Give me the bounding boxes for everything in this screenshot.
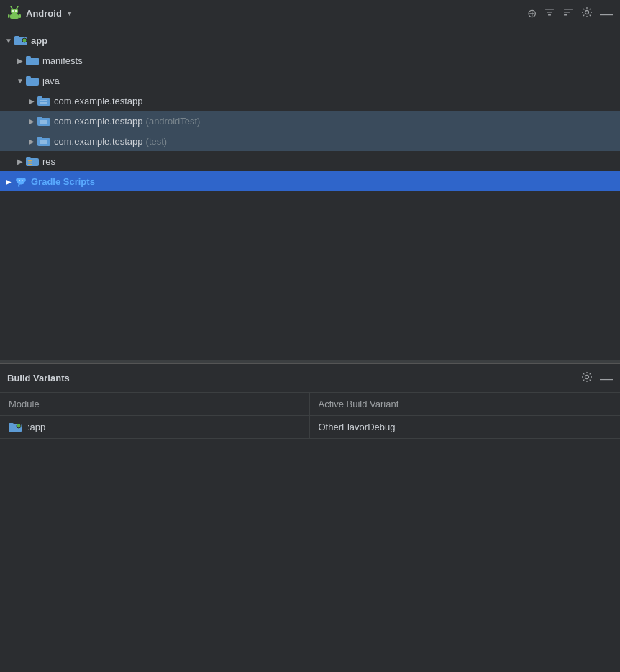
svg-rect-13: [564, 14, 567, 16]
svg-point-44: [22, 180, 23, 181]
com1-label: com.example.testapp: [54, 96, 143, 106]
svg-point-43: [19, 180, 20, 181]
svg-rect-32: [37, 137, 42, 140]
tree-item-com2[interactable]: com.example.testapp (androidTest): [0, 111, 620, 131]
build-minimize-icon[interactable]: —: [600, 372, 613, 385]
col-header-variant: Active Build Variant: [309, 393, 620, 416]
table-header-row: Module Active Build Variant: [0, 393, 620, 416]
svg-point-4: [15, 10, 17, 12]
java-label: java: [42, 76, 60, 86]
svg-rect-17: [14, 36, 19, 39]
panel-header: Android ▼ ⊕: [0, 0, 620, 27]
dropdown-arrow-icon[interactable]: ▼: [66, 9, 73, 17]
res-label: res: [42, 156, 55, 167]
svg-rect-10: [548, 14, 551, 16]
module-name: :app: [27, 422, 45, 432]
com3-folder-icon: [37, 136, 50, 146]
res-folder-icon: [26, 156, 39, 166]
table-row[interactable]: :app OtherFlavorDebug: [0, 416, 620, 439]
tree-item-manifests[interactable]: manifests: [0, 50, 620, 71]
svg-rect-20: [26, 56, 31, 59]
tree-item-app[interactable]: app: [0, 30, 620, 50]
panel-title: Android: [26, 8, 62, 19]
svg-rect-12: [564, 12, 570, 13]
build-variants-panel: Build Variants — Module Active Build Var…: [0, 364, 620, 439]
svg-rect-36: [26, 157, 31, 160]
build-variants-title: Build Variants: [7, 373, 70, 383]
manifests-folder-icon: [26, 55, 39, 65]
android-icon: [7, 5, 22, 22]
expand-arrow-res[interactable]: [14, 158, 26, 165]
svg-rect-11: [564, 9, 573, 10]
svg-rect-24: [37, 96, 42, 99]
module-cell: :app: [0, 416, 309, 439]
com3-label: com.example.testapp: [54, 136, 143, 147]
panel-header-left: Android ▼: [7, 5, 73, 22]
tree-item-com1[interactable]: com.example.testapp: [0, 91, 620, 111]
gradle-icon: [14, 176, 27, 186]
module-cell-content: :app: [9, 422, 301, 432]
svg-rect-9: [547, 12, 552, 13]
svg-rect-28: [37, 117, 42, 119]
panel-header-right: ⊕ —: [527, 6, 613, 21]
build-variants-table: Module Active Build Variant :app: [0, 393, 620, 439]
manifests-label: manifests: [42, 55, 83, 66]
module-folder-icon: [9, 422, 22, 432]
app-label: app: [31, 35, 47, 46]
expand-arrow-com1[interactable]: [26, 97, 37, 105]
svg-point-41: [16, 178, 19, 182]
svg-point-48: [17, 424, 21, 428]
svg-rect-6: [8, 14, 10, 18]
tree-item-java[interactable]: java: [0, 71, 620, 91]
filter2-icon[interactable]: [562, 6, 574, 21]
java-folder-icon: [26, 76, 39, 86]
svg-rect-7: [19, 14, 22, 18]
project-tree: app manifests java: [0, 27, 620, 360]
svg-line-0: [11, 6, 12, 9]
svg-rect-47: [9, 423, 14, 426]
svg-rect-2: [11, 9, 18, 14]
expand-arrow-app[interactable]: [3, 37, 14, 45]
minimize-icon[interactable]: —: [600, 7, 613, 20]
expand-arrow-gradle[interactable]: [3, 178, 14, 186]
project-panel: Android ▼ ⊕: [0, 0, 620, 360]
settings-icon[interactable]: [581, 6, 593, 21]
tree-item-gradle[interactable]: Gradle Scripts: [0, 171, 620, 191]
expand-arrow-manifests[interactable]: [14, 57, 26, 65]
tree-item-res[interactable]: res: [0, 151, 620, 171]
add-icon[interactable]: ⊕: [527, 6, 537, 20]
build-panel-header: Build Variants —: [0, 364, 620, 393]
com2-label: com.example.testapp: [54, 116, 143, 127]
svg-point-45: [585, 375, 589, 378]
svg-line-1: [17, 6, 18, 9]
filter1-icon[interactable]: [544, 6, 555, 21]
svg-point-14: [585, 10, 589, 14]
com2-secondary-label: (androidTest): [146, 116, 201, 127]
svg-point-3: [12, 10, 14, 12]
gradle-label: Gradle Scripts: [31, 176, 95, 187]
tree-item-com3[interactable]: com.example.testapp (test): [0, 131, 620, 151]
svg-point-18: [22, 38, 27, 42]
com3-secondary-label: (test): [146, 136, 168, 147]
svg-rect-5: [10, 14, 19, 19]
col-header-module: Module: [0, 393, 309, 416]
svg-rect-38: [28, 163, 32, 163]
svg-rect-8: [545, 9, 554, 10]
svg-point-42: [22, 178, 26, 182]
expand-arrow-com3[interactable]: [26, 137, 37, 145]
build-settings-icon[interactable]: [581, 371, 593, 386]
com1-folder-icon: [37, 96, 50, 106]
svg-rect-39: [28, 164, 32, 165]
svg-rect-37: [28, 160, 32, 161]
app-folder-icon: [14, 35, 27, 45]
svg-rect-22: [26, 76, 31, 79]
expand-arrow-java[interactable]: [14, 77, 26, 85]
build-panel-icons: —: [581, 371, 613, 386]
variant-cell[interactable]: OtherFlavorDebug: [309, 416, 620, 439]
com2-folder-icon: [37, 116, 50, 126]
expand-arrow-com2[interactable]: [26, 117, 37, 125]
